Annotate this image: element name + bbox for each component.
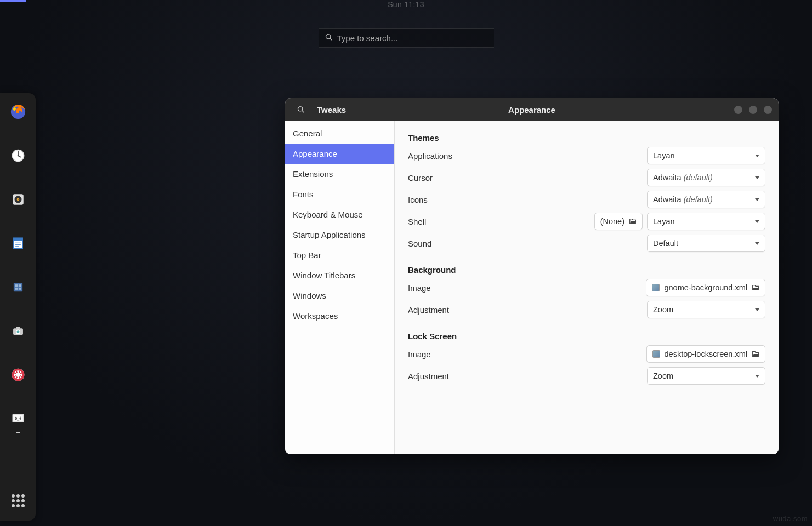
activities-indicator[interactable] <box>0 0 26 2</box>
dock-item-firefox[interactable] <box>9 103 27 121</box>
sidebar: General Appearance Extensions Fonts Keyb… <box>285 121 395 454</box>
row-bg-adjustment: Adjustment Zoom <box>408 299 765 321</box>
dock-item-help[interactable] <box>9 366 27 384</box>
dock-item-music[interactable] <box>9 191 27 208</box>
open-file-icon <box>752 350 759 358</box>
combo-applications[interactable]: Layan <box>647 147 765 164</box>
sidebar-item-keyboard-mouse[interactable]: Keyboard & Mouse <box>285 204 394 225</box>
section-themes: Themes <box>408 133 765 142</box>
combo-value: Layan <box>653 217 675 226</box>
dock-show-applications[interactable] <box>9 492 27 510</box>
tweaks-window: Tweaks Appearance General Appearance Ext… <box>285 98 779 454</box>
svg-point-21 <box>16 330 19 333</box>
label-bg-image: Image <box>408 283 431 293</box>
combo-bg-adjustment[interactable]: Zoom <box>647 301 765 318</box>
minimize-button[interactable] <box>734 106 742 114</box>
row-sound: Sound Default <box>408 232 765 254</box>
sidebar-item-top-bar[interactable]: Top Bar <box>285 245 394 265</box>
dock-item-writer[interactable] <box>9 235 27 252</box>
chevron-down-icon <box>755 220 759 223</box>
close-button[interactable] <box>764 106 772 114</box>
top-clock[interactable]: Sun 11:13 <box>388 0 424 9</box>
svg-rect-19 <box>16 327 20 329</box>
chevron-down-icon <box>755 176 759 179</box>
sidebar-item-extensions[interactable]: Extensions <box>285 164 394 184</box>
sidebar-item-window-titlebars[interactable]: Window Titlebars <box>285 265 394 285</box>
search-input[interactable] <box>337 33 487 43</box>
combo-value: Adwaita (default) <box>653 195 713 204</box>
combo-value: Zoom <box>653 305 673 314</box>
file-button-label: gnome-background.xml <box>664 283 747 292</box>
combo-shell[interactable]: Layan <box>647 213 765 230</box>
section-lockscreen: Lock Screen <box>408 331 765 341</box>
combo-ls-adjustment[interactable]: Zoom <box>647 367 765 385</box>
row-ls-image: Image desktop-lockscreen.xml <box>408 343 765 365</box>
ls-image-file-button[interactable]: desktop-lockscreen.xml <box>646 345 766 363</box>
sidebar-item-fonts[interactable]: Fonts <box>285 184 394 204</box>
window-controls <box>734 106 772 114</box>
combo-value: Layan <box>653 151 675 160</box>
label-applications: Applications <box>408 151 452 161</box>
svg-rect-13 <box>13 283 22 291</box>
sidebar-item-appearance[interactable]: Appearance <box>285 144 394 164</box>
chevron-down-icon <box>755 242 759 245</box>
row-shell: Shell (None) Layan <box>408 210 765 232</box>
combo-value: Adwaita (default) <box>653 173 713 182</box>
combo-icons[interactable]: Adwaita (default) <box>647 191 765 208</box>
row-applications: Applications Layan <box>408 145 765 167</box>
combo-value: Default <box>653 239 678 248</box>
sidebar-item-workspaces[interactable]: Workspaces <box>285 306 394 326</box>
combo-sound[interactable]: Default <box>647 235 765 252</box>
row-icons: Icons Adwaita (default) <box>408 188 765 210</box>
row-ls-adjustment: Adjustment Zoom <box>408 365 765 387</box>
dock-item-screenshot[interactable] <box>9 322 27 340</box>
label-ls-image: Image <box>408 350 431 359</box>
svg-text:0_0: 0_0 <box>14 416 21 421</box>
label-sound: Sound <box>408 239 431 248</box>
label-icons: Icons <box>408 195 428 204</box>
maximize-button[interactable] <box>749 106 757 114</box>
watermark: wuda.som <box>773 514 808 523</box>
shell-file-button[interactable]: (None) <box>594 213 643 230</box>
image-thumb-icon <box>652 350 660 358</box>
activities-search[interactable] <box>319 28 494 48</box>
dock: 0_0 <box>0 93 36 521</box>
svg-point-3 <box>17 155 19 157</box>
svg-point-7 <box>18 199 19 200</box>
label-bg-adjustment: Adjustment <box>408 305 449 315</box>
bg-image-file-button[interactable]: gnome-background.xml <box>646 279 765 296</box>
sidebar-item-general[interactable]: General <box>285 123 394 144</box>
search-icon <box>325 33 333 43</box>
row-cursor: Cursor Adwaita (default) <box>408 167 765 188</box>
chevron-down-icon <box>755 308 759 311</box>
titlebar[interactable]: Tweaks Appearance <box>285 98 779 121</box>
titlebar-search-button[interactable] <box>294 102 308 117</box>
svg-rect-15 <box>18 284 21 287</box>
combo-cursor[interactable]: Adwaita (default) <box>647 169 765 186</box>
dock-item-clock[interactable] <box>9 147 27 164</box>
open-file-icon <box>629 218 637 225</box>
combo-value: Zoom <box>653 371 673 380</box>
open-file-icon <box>752 284 759 291</box>
label-cursor: Cursor <box>408 173 433 182</box>
file-button-label: desktop-lockscreen.xml <box>665 350 748 358</box>
image-thumb-icon <box>652 284 660 291</box>
row-bg-image: Image gnome-background.xml <box>408 277 765 299</box>
svg-rect-16 <box>15 288 18 290</box>
app-title: Tweaks <box>317 105 346 115</box>
chevron-down-icon <box>755 155 759 157</box>
section-background: Background <box>408 265 765 275</box>
sidebar-item-windows[interactable]: Windows <box>285 285 394 306</box>
apps-grid-icon <box>12 494 25 507</box>
file-button-label: (None) <box>600 217 624 226</box>
svg-rect-14 <box>15 284 18 287</box>
svg-rect-9 <box>13 238 22 241</box>
content-area: Themes Applications Layan Cursor Adwaita… <box>395 121 779 454</box>
chevron-down-icon <box>755 375 759 378</box>
section-title: Appearance <box>508 105 555 115</box>
sidebar-item-startup-applications[interactable]: Startup Applications <box>285 225 394 245</box>
svg-rect-17 <box>18 288 21 290</box>
dock-item-files[interactable] <box>9 278 27 296</box>
chevron-down-icon <box>755 198 759 201</box>
dock-item-terminal[interactable]: 0_0 <box>9 410 27 427</box>
